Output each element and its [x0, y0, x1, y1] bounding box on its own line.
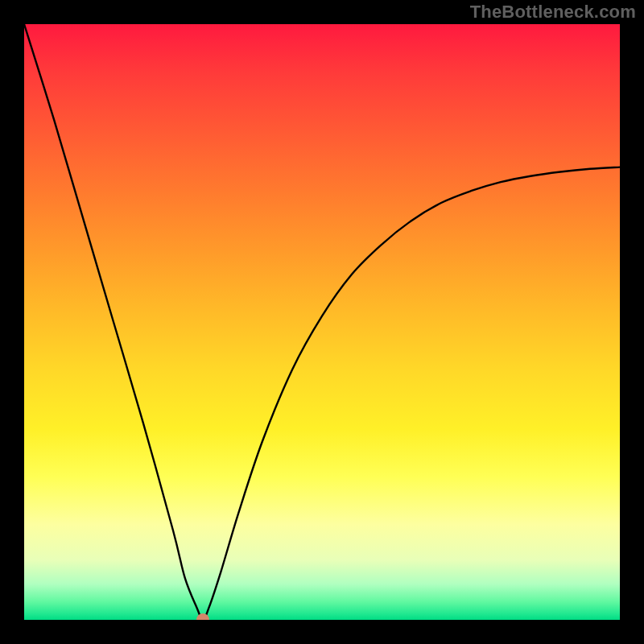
bottleneck-curve	[24, 24, 620, 620]
watermark-text: TheBottleneck.com	[470, 2, 636, 23]
chart-frame: TheBottleneck.com	[0, 0, 644, 644]
plot-area	[24, 24, 620, 620]
bottleneck-curve-path	[24, 24, 620, 620]
